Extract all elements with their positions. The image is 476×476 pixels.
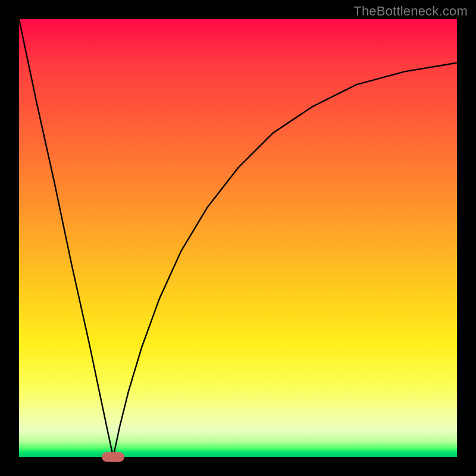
curve-minimum-marker [102, 452, 124, 462]
watermark-text: TheBottleneck.com [353, 4, 468, 19]
curve-right-arc [113, 63, 457, 457]
bottleneck-curve [19, 19, 457, 457]
curve-left-slope [19, 19, 113, 457]
chart-frame: TheBottleneck.com [0, 0, 476, 476]
plot-area [19, 19, 457, 457]
